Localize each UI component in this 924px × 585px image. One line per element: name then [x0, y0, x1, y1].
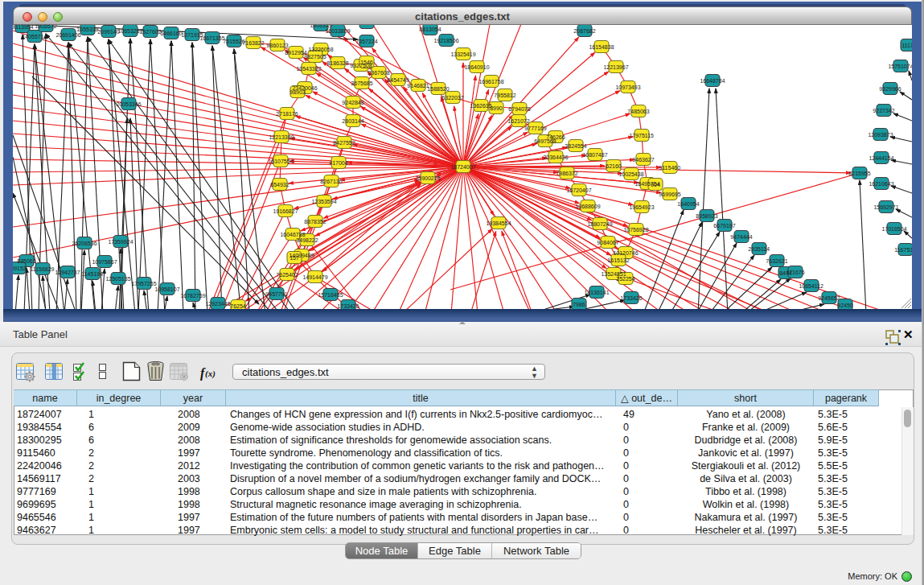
svg-text:417004: 417004 — [329, 160, 347, 166]
svg-text:19654923: 19654923 — [629, 204, 654, 210]
svg-text:92450: 92450 — [837, 303, 853, 308]
svg-text:15692971: 15692971 — [873, 204, 898, 210]
svg-text:8215955: 8215955 — [848, 171, 870, 176]
svg-text:9245652: 9245652 — [818, 295, 840, 301]
svg-text:7357224: 7357224 — [355, 39, 377, 44]
svg-text:2087682: 2087682 — [573, 28, 595, 34]
svg-text:19218506: 19218506 — [433, 38, 458, 43]
svg-text:471676: 471676 — [786, 270, 804, 275]
svg-text:7986: 7986 — [573, 302, 585, 307]
svg-text:7485063: 7485063 — [627, 109, 649, 114]
svg-text:16961758: 16961758 — [478, 79, 503, 84]
svg-text:1733426: 1733426 — [337, 303, 359, 309]
svg-text:98903: 98903 — [290, 89, 306, 95]
svg-text:9457791: 9457791 — [265, 291, 287, 297]
svg-text:12444154: 12444154 — [869, 155, 893, 161]
svg-text:1117: 1117 — [901, 43, 914, 48]
svg-text:17975115: 17975115 — [629, 133, 654, 138]
svg-text:7625402: 7625402 — [276, 272, 298, 278]
svg-text:2803144: 2803144 — [342, 118, 363, 124]
svg-text:9463627: 9463627 — [632, 157, 654, 163]
svg-text:18807249: 18807249 — [587, 221, 612, 227]
svg-text:62160: 62160 — [606, 163, 622, 169]
svg-text:16107554: 16107554 — [268, 159, 293, 164]
svg-text:10973493: 10973493 — [615, 84, 640, 90]
svg-text:8454749: 8454749 — [387, 77, 409, 83]
svg-text:17016504: 17016504 — [881, 226, 906, 232]
svg-text:9860123: 9860123 — [266, 43, 288, 48]
svg-text:2935114: 2935114 — [748, 246, 770, 252]
svg-text:(x): (x) — [205, 369, 216, 379]
svg-text:14914479: 14914479 — [302, 274, 327, 280]
svg-text:12353594: 12353594 — [311, 199, 336, 204]
svg-text:14136141: 14136141 — [584, 290, 609, 295]
svg-text:12213967: 12213967 — [603, 64, 628, 70]
svg-text:19384554: 19384554 — [486, 220, 511, 226]
svg-text:8427552: 8427552 — [333, 140, 355, 146]
svg-text:9827505: 9827505 — [304, 54, 326, 60]
svg-text:7163822: 7163822 — [242, 40, 264, 46]
svg-text:654932: 654932 — [270, 182, 289, 187]
svg-text:3675685: 3675685 — [351, 80, 372, 86]
svg-text:15716485: 15716485 — [318, 292, 343, 298]
svg-text:16033809: 16033809 — [325, 28, 350, 34]
svg-text:12213389: 12213389 — [269, 134, 294, 140]
svg-text:9227342: 9227342 — [873, 108, 894, 113]
svg-text:1362615: 1362615 — [470, 103, 491, 109]
svg-text:2367608: 2367608 — [368, 70, 389, 76]
svg-text:9084067: 9084067 — [597, 240, 618, 245]
svg-text:10807487: 10807487 — [582, 152, 607, 158]
svg-text:1546: 1546 — [360, 60, 373, 65]
svg-text:7955812: 7955812 — [494, 93, 515, 98]
svg-text:7986372: 7986372 — [556, 171, 577, 176]
svg-text:9329966: 9329966 — [879, 86, 901, 92]
svg-text:1733426: 1733426 — [620, 295, 642, 301]
svg-text:904: 904 — [651, 182, 660, 187]
svg-text:15751074: 15751074 — [888, 64, 913, 69]
svg-text:16154838: 16154838 — [589, 44, 614, 50]
svg-text:1640954: 1640954 — [677, 201, 699, 207]
svg-text:18724007: 18724007 — [450, 164, 475, 170]
svg-text:10688609: 10688609 — [575, 204, 600, 209]
svg-text:1588520: 1588520 — [427, 86, 449, 92]
svg-text:10543382: 10543382 — [296, 66, 321, 72]
svg-text:157: 157 — [290, 255, 299, 261]
svg-text:13325419: 13325419 — [450, 51, 475, 57]
svg-text:9115460: 9115460 — [659, 165, 680, 171]
svg-text:6497568: 6497568 — [534, 138, 556, 144]
svg-text:19166827: 19166827 — [273, 208, 298, 214]
svg-text:3498222: 3498222 — [296, 237, 318, 243]
svg-text:9146821: 9146821 — [407, 83, 429, 89]
svg-text:25900275: 25900275 — [415, 175, 440, 181]
svg-text:20364436: 20364436 — [543, 154, 568, 160]
svg-text:15720407: 15720407 — [566, 187, 591, 193]
svg-text:1621072: 1621072 — [507, 118, 529, 124]
svg-text:10756928: 10756928 — [623, 227, 648, 233]
svg-text:16648784: 16648784 — [700, 78, 725, 84]
svg-text:252254: 252254 — [616, 276, 634, 282]
svg-text:9699695: 9699695 — [659, 192, 680, 197]
svg-text:10025438: 10025438 — [618, 171, 643, 177]
svg-text:13226058: 13226058 — [308, 47, 333, 52]
svg-text:18640910: 18640910 — [464, 64, 489, 70]
svg-text:16210643: 16210643 — [869, 181, 893, 187]
svg-text:10654112: 10654112 — [799, 283, 823, 289]
svg-text:1615132: 1615132 — [607, 257, 629, 263]
svg-text:9777169: 9777169 — [524, 126, 546, 131]
svg-text:3824554: 3824554 — [565, 143, 586, 149]
svg-text:6679197: 6679197 — [713, 223, 735, 229]
svg-text:7632621: 7632621 — [766, 258, 787, 264]
svg-text:8813054: 8813054 — [419, 27, 441, 32]
svg-text:8186328: 8186328 — [326, 60, 348, 66]
svg-text:16046788: 16046788 — [280, 232, 305, 237]
svg-text:1167533: 1167533 — [894, 247, 916, 253]
svg-text:8990: 8990 — [490, 105, 503, 111]
svg-text:9474444: 9474444 — [730, 234, 752, 240]
svg-text:8958923: 8958923 — [696, 213, 717, 219]
svg-text:6322037: 6322037 — [441, 95, 463, 101]
svg-text:12093873: 12093873 — [868, 132, 893, 138]
svg-text:9242848: 9242848 — [342, 100, 363, 105]
svg-text:10120746: 10120746 — [613, 250, 638, 256]
svg-text:6794078: 6794078 — [508, 106, 530, 112]
svg-text:8267130: 8267130 — [320, 179, 342, 184]
